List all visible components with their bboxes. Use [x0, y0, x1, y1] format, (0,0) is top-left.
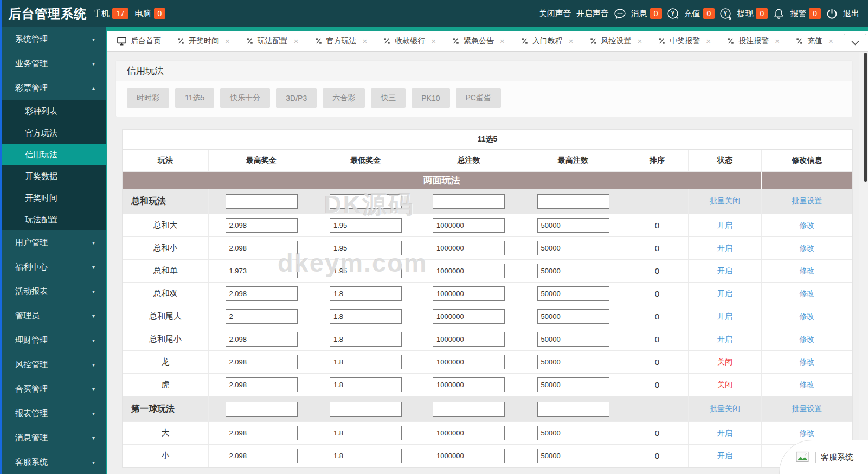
sidebar-item-9[interactable]: 用户管理▾	[0, 230, 106, 255]
max-input[interactable]	[226, 241, 298, 255]
tab-1[interactable]: 玩法配置×	[238, 31, 307, 51]
batch-close-link[interactable]: 批量关闭	[710, 404, 740, 414]
tab-3[interactable]: 收款银行×	[375, 31, 444, 51]
status-link[interactable]: 开启	[717, 244, 732, 253]
game-type-button-6[interactable]: PK10	[412, 88, 449, 108]
messages-stat[interactable]: 消息 0	[631, 8, 662, 19]
max-input[interactable]	[226, 218, 298, 233]
game-type-button-1[interactable]: 11选5	[175, 88, 214, 108]
total-input[interactable]	[433, 218, 505, 233]
total-input[interactable]	[433, 332, 505, 347]
logout-button[interactable]: 退出	[843, 9, 859, 19]
sidebar-item-13[interactable]: 理财管理▾	[0, 328, 106, 353]
total-input[interactable]	[433, 377, 505, 392]
sidebar-item-8[interactable]: 玩法配置	[0, 209, 106, 230]
tab-close-icon[interactable]: ×	[225, 36, 230, 46]
modify-link[interactable]: 修改	[800, 335, 815, 344]
tab-4[interactable]: 紧急公告×	[444, 31, 513, 51]
batch-total-input[interactable]	[433, 402, 505, 417]
status-link[interactable]: 开启	[717, 335, 732, 344]
tabs-overflow-button[interactable]	[844, 34, 866, 52]
tab-2[interactable]: 官方玩法×	[307, 31, 376, 51]
game-type-button-7[interactable]: PC蛋蛋	[456, 88, 501, 108]
total-input[interactable]	[433, 449, 505, 463]
maxbet-input[interactable]	[537, 355, 609, 369]
min-input[interactable]	[330, 449, 402, 463]
modify-link[interactable]: 修改	[800, 266, 815, 276]
game-type-button-4[interactable]: 六合彩	[323, 88, 365, 108]
modify-link[interactable]: 修改	[800, 221, 815, 230]
tab-6[interactable]: 风控设置×	[582, 31, 651, 51]
tab-7[interactable]: 中奖报警×	[650, 31, 719, 51]
sidebar-item-10[interactable]: 福利中心▾	[0, 255, 106, 279]
sidebar-item-4[interactable]: 官方玩法	[0, 122, 106, 144]
total-input[interactable]	[433, 309, 505, 324]
game-type-button-0[interactable]: 时时彩	[127, 88, 169, 108]
batch-close-link[interactable]: 批量关闭	[710, 196, 740, 206]
min-input[interactable]	[330, 286, 402, 301]
status-link[interactable]: 开启	[717, 451, 732, 461]
game-type-button-2[interactable]: 快乐十分	[220, 88, 270, 108]
tab-home[interactable]: 后台首页	[109, 31, 169, 51]
status-link[interactable]: 开启	[717, 266, 732, 276]
sidebar-item-14[interactable]: 风控管理▾	[0, 353, 106, 377]
min-input[interactable]	[330, 332, 402, 347]
batch-min-input[interactable]	[330, 402, 402, 417]
sound-off-button[interactable]: 关闭声音	[539, 9, 571, 19]
batch-max-input[interactable]	[226, 194, 298, 209]
sidebar-item-1[interactable]: 业务管理▾	[0, 52, 106, 76]
modify-link[interactable]: 修改	[800, 428, 815, 438]
sidebar-item-0[interactable]: 系统管理▾	[0, 27, 106, 52]
batch-max-input[interactable]	[226, 402, 298, 417]
modify-link[interactable]: 修改	[800, 380, 815, 390]
modify-link[interactable]: 修改	[800, 357, 815, 367]
sidebar-item-2[interactable]: 彩票管理▴	[0, 76, 106, 100]
tab-0[interactable]: 开奖时间×	[169, 31, 238, 51]
min-input[interactable]	[330, 218, 402, 233]
sidebar-item-16[interactable]: 报表管理▾	[0, 401, 106, 426]
status-link[interactable]: 开启	[717, 289, 732, 299]
sidebar-item-7[interactable]: 开奖时间	[0, 187, 106, 209]
min-input[interactable]	[330, 426, 402, 440]
tab-close-icon[interactable]: ×	[775, 36, 780, 46]
tab-9[interactable]: 充值×	[788, 31, 841, 51]
max-input[interactable]	[226, 426, 298, 440]
max-input[interactable]	[226, 332, 298, 347]
batch-maxbet-input[interactable]	[537, 402, 609, 417]
max-input[interactable]	[226, 377, 298, 392]
game-type-button-3[interactable]: 3D/P3	[276, 88, 317, 108]
bell-icon[interactable]	[773, 8, 785, 20]
tab-5[interactable]: 入门教程×	[513, 31, 582, 51]
tab-close-icon[interactable]: ×	[638, 36, 642, 46]
max-input[interactable]	[226, 309, 298, 324]
power-icon[interactable]	[826, 8, 838, 20]
tab-close-icon[interactable]: ×	[363, 36, 368, 46]
sidebar-item-15[interactable]: 合买管理▾	[0, 377, 106, 401]
maxbet-input[interactable]	[537, 218, 609, 233]
sidebar-item-3[interactable]: 彩种列表	[0, 100, 106, 122]
sidebar-item-17[interactable]: 消息管理▾	[0, 426, 106, 450]
maxbet-input[interactable]	[537, 426, 609, 440]
batch-min-input[interactable]	[330, 194, 402, 209]
min-input[interactable]	[330, 264, 402, 278]
total-input[interactable]	[433, 264, 505, 278]
tab-close-icon[interactable]: ×	[294, 36, 299, 46]
maxbet-input[interactable]	[537, 449, 609, 463]
modify-link[interactable]: 修改	[800, 244, 815, 253]
max-input[interactable]	[226, 355, 298, 369]
max-input[interactable]	[226, 286, 298, 301]
status-link[interactable]: 开启	[717, 221, 732, 230]
maxbet-input[interactable]	[537, 309, 609, 324]
modify-link[interactable]: 修改	[800, 312, 815, 322]
tab-close-icon[interactable]: ×	[569, 36, 574, 46]
total-input[interactable]	[433, 286, 505, 301]
sound-on-button[interactable]: 开启声音	[576, 9, 609, 19]
maxbet-input[interactable]	[537, 377, 609, 392]
alarm-stat[interactable]: 报警 0	[790, 8, 821, 19]
total-input[interactable]	[433, 355, 505, 369]
yuan-plus-icon[interactable]: ¥	[667, 8, 679, 20]
modify-link[interactable]: 修改	[800, 289, 815, 299]
tab-close-icon[interactable]: ×	[500, 36, 505, 46]
tab-close-icon[interactable]: ×	[431, 36, 436, 46]
recharge-stat[interactable]: 充值 0	[684, 8, 715, 19]
